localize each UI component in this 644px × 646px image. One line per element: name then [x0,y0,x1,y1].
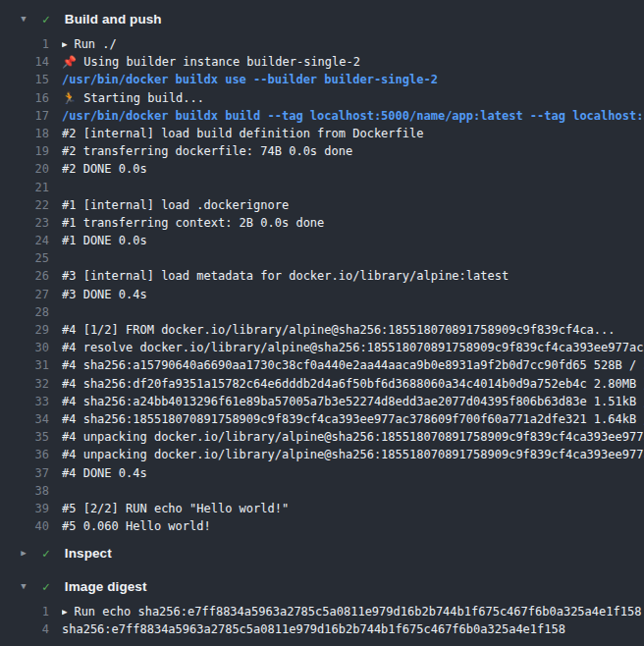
line-number[interactable]: 28 [0,303,49,321]
log-text: #4 [1/2] FROM docker.io/library/alpine@s… [62,321,644,339]
line-number[interactable]: 30 [0,339,49,356]
log-line: 34#4 sha256:185518070891758909c9f839cf4c… [0,410,644,428]
log-text: #4 sha256:a24bb4013296f61e89ba57005a7b3e… [62,393,644,410]
line-number[interactable]: 20 [0,160,49,178]
line-number[interactable]: 1 [0,35,49,53]
line-number[interactable]: 24 [0,232,49,249]
log-text: /usr/bin/docker buildx build --tag local… [62,107,644,125]
log-line: 29#4 [1/2] FROM docker.io/library/alpine… [0,321,644,339]
log-line: 21 [0,179,644,196]
log-line: 1▶Run echo sha256:e7ff8834a5963a2785c5a0… [0,603,644,620]
log-text [62,179,644,196]
actions-log-viewer: ▼✓Build and push1▶Run ./14📌 Using builde… [0,0,644,640]
chevron-right-icon: ▶ [18,549,29,558]
log-line: 28 [0,303,644,321]
check-icon: ✓ [42,13,50,26]
section-body-image-digest: 1▶Run echo sha256:e7ff8834a5963a2785c5a0… [0,603,644,639]
log-line: 16🏃 Starting build... [0,89,644,107]
expand-run-icon[interactable]: ▶ [62,35,67,53]
line-number[interactable]: 34 [0,410,49,428]
line-number[interactable]: 19 [0,142,49,160]
log-line: 23#1 transferring context: 2B 0.0s done [0,214,644,232]
log-line: 36#4 unpacking docker.io/library/alpine@… [0,446,644,463]
log-line: 26#3 [internal] load metadata for docker… [0,267,644,285]
log-text: #1 transferring context: 2B 0.0s done [62,214,644,232]
log-line: 14📌 Using builder instance builder-singl… [0,53,644,71]
line-number[interactable]: 14 [0,53,49,71]
log-text [62,249,644,267]
log-line: 17/usr/bin/docker buildx build --tag loc… [0,107,644,125]
log-line: 25 [0,249,644,267]
log-text: #4 resolve docker.io/library/alpine@sha2… [62,339,644,356]
log-text: 📌 Using builder instance builder-single-… [62,53,644,71]
log-line: 35#4 unpacking docker.io/library/alpine@… [0,428,644,446]
line-number[interactable]: 1 [0,603,49,620]
log-text: #5 [2/2] RUN echo "Hello world!" [62,500,644,517]
log-text: #2 [internal] load build definition from… [62,125,644,142]
log-line: 39#5 [2/2] RUN echo "Hello world!" [0,500,644,517]
log-line: 18#2 [internal] load build definition fr… [0,125,644,142]
line-number[interactable]: 22 [0,196,49,214]
line-number[interactable]: 16 [0,89,49,107]
log-line: 31#4 sha256:a15790640a6690aa1730c38cf0a4… [0,356,644,374]
line-number[interactable]: 18 [0,125,49,142]
log-line: 32#4 sha256:df20fa9351a15782c64e6dddb2d4… [0,375,644,393]
log-line: 20#2 DONE 0.0s [0,160,644,178]
line-number[interactable]: 21 [0,179,49,196]
log-text [62,303,644,321]
log-text: sha256:e7ff8834a5963a2785c5a0811e979d16b… [62,620,644,638]
log-line: 37#4 DONE 0.4s [0,464,644,482]
line-number[interactable]: 23 [0,214,49,232]
chevron-down-icon: ▼ [18,15,29,24]
section-header-image-digest[interactable]: ▼✓Image digest [0,569,644,603]
log-text: #4 unpacking docker.io/library/alpine@sh… [62,446,644,463]
log-text: #4 sha256:df20fa9351a15782c64e6dddb2d4a6… [62,375,644,393]
log-text: #5 0.060 Hello world! [62,517,644,535]
log-text: ▶Run echo sha256:e7ff8834a5963a2785c5a08… [62,603,644,620]
line-number[interactable]: 17 [0,107,49,125]
log-line: 30#4 resolve docker.io/library/alpine@sh… [0,339,644,356]
line-number[interactable]: 31 [0,356,49,374]
line-number[interactable]: 25 [0,249,49,267]
log-text: #4 sha256:185518070891758909c9f839cf4ca3… [62,410,644,428]
section-header-inspect[interactable]: ▶✓Inspect [0,536,644,569]
line-number[interactable]: 15 [0,71,49,88]
line-number[interactable]: 37 [0,464,49,482]
log-line: 33#4 sha256:a24bb4013296f61e89ba57005a7b… [0,393,644,410]
section-body-build-and-push: 1▶Run ./14📌 Using builder instance build… [0,35,644,536]
log-text: /usr/bin/docker buildx use --builder bui… [62,71,644,88]
line-number[interactable]: 4 [0,620,49,638]
log-text: #4 sha256:a15790640a6690aa1730c38cf0a440… [62,356,644,374]
log-text: #2 transferring dockerfile: 74B 0.0s don… [62,142,644,160]
check-icon: ✓ [42,580,50,593]
log-line: 27#3 DONE 0.4s [0,286,644,303]
line-number[interactable]: 39 [0,500,49,517]
line-number[interactable]: 33 [0,393,49,410]
section-header-build-and-push[interactable]: ▼✓Build and push [0,2,644,35]
section-title: Build and push [65,12,162,27]
line-number[interactable]: 35 [0,428,49,446]
line-number[interactable]: 29 [0,321,49,339]
log-line: 40#5 0.060 Hello world! [0,517,644,535]
log-text: #4 DONE 0.4s [62,464,644,482]
log-text: #1 [internal] load .dockerignore [62,196,644,214]
log-line: 22#1 [internal] load .dockerignore [0,196,644,214]
log-line: 38 [0,482,644,500]
chevron-down-icon: ▼ [18,582,29,591]
line-number[interactable]: 40 [0,517,49,535]
log-line: 4sha256:e7ff8834a5963a2785c5a0811e979d16… [0,620,644,638]
log-line: 19#2 transferring dockerfile: 74B 0.0s d… [0,142,644,160]
line-number[interactable]: 36 [0,446,49,463]
log-text: #2 DONE 0.0s [62,160,644,178]
log-line: 1▶Run ./ [0,35,644,53]
line-number[interactable]: 38 [0,482,49,500]
expand-run-icon[interactable]: ▶ [62,603,67,620]
section-title: Inspect [65,546,112,561]
log-text: ▶Run ./ [62,35,644,53]
log-text: #1 DONE 0.0s [62,232,644,249]
log-text: 🏃 Starting build... [62,89,644,107]
line-number[interactable]: 27 [0,286,49,303]
line-number[interactable]: 32 [0,375,49,393]
log-line: 24#1 DONE 0.0s [0,232,644,249]
line-number[interactable]: 26 [0,267,49,285]
